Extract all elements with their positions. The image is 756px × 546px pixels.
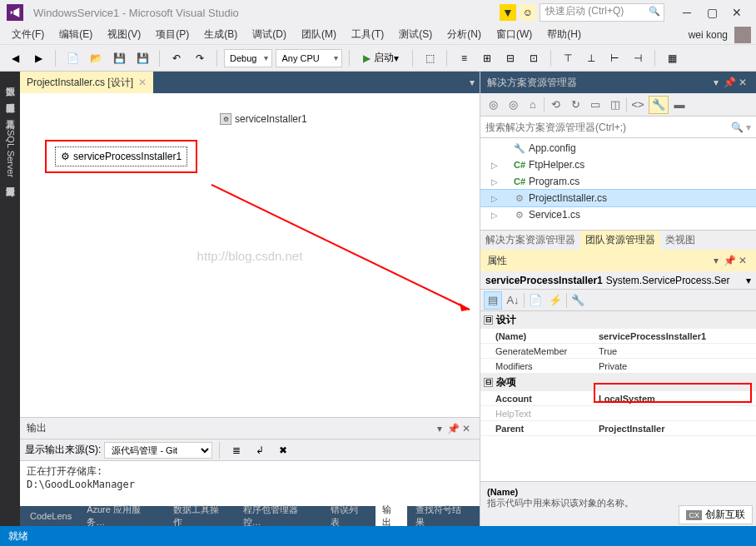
close-tab-icon[interactable]: ✕ xyxy=(138,77,147,88)
pin-icon[interactable]: 📌 xyxy=(446,423,460,434)
minimize-button[interactable]: ─ xyxy=(674,4,699,21)
align-icon[interactable]: ⊡ xyxy=(524,48,544,68)
clear-icon[interactable]: ≣ xyxy=(226,440,246,460)
service-installer-item[interactable]: ⚙ serviceInstaller1 xyxy=(220,113,307,125)
platform-dropdown[interactable]: Any CPU xyxy=(276,49,342,67)
nav-back-icon[interactable]: ◀ xyxy=(5,48,25,68)
tab-sql-explorer[interactable]: SQL Server 对象资源管理器 xyxy=(0,122,20,188)
dropdown-icon[interactable]: ▾ xyxy=(709,255,723,266)
document-tab[interactable]: ProjectInstaller.cs [设计] ✕ xyxy=(20,72,153,93)
output-body[interactable]: 正在打开存储库: D:\GoodLookManager xyxy=(20,461,480,506)
property-object-selector[interactable]: serviceProcessInstaller1 System.ServiceP… xyxy=(480,271,756,290)
footer-tab-se[interactable]: 解决方案资源管理器 xyxy=(480,231,580,250)
undo-icon[interactable]: ↶ xyxy=(167,48,187,68)
menu-tools[interactable]: 工具(T) xyxy=(345,26,390,43)
pin-icon[interactable]: 📌 xyxy=(723,77,736,88)
menu-build[interactable]: 生成(B) xyxy=(197,26,244,43)
redo-icon[interactable]: ↷ xyxy=(190,48,210,68)
alphabetical-icon[interactable]: A↓ xyxy=(504,291,522,310)
tree-item[interactable]: ▷C#Program.cs xyxy=(480,173,756,190)
menu-file[interactable]: 文件(F) xyxy=(5,26,51,43)
tab-toolbox[interactable]: 工具箱 xyxy=(0,105,20,122)
dropdown-icon[interactable]: ▾ xyxy=(709,77,723,88)
tree-item[interactable]: ▷C#FtpHelper.cs xyxy=(480,156,756,173)
user-name[interactable]: wei kong xyxy=(684,29,733,41)
tab-overflow-icon[interactable]: ▾ xyxy=(465,72,480,93)
categorized-icon[interactable]: ▤ xyxy=(484,291,502,310)
menu-edit[interactable]: 编辑(E) xyxy=(52,26,99,43)
align-icon[interactable]: ⊞ xyxy=(477,48,497,68)
home-icon[interactable]: ⌂ xyxy=(524,96,542,114)
menu-team[interactable]: 团队(M) xyxy=(295,26,343,43)
back-icon[interactable]: ◎ xyxy=(484,96,502,114)
tab-datasource[interactable]: 数据源 xyxy=(0,72,20,88)
new-project-icon[interactable]: 📄 xyxy=(62,48,82,68)
align-icon[interactable]: ⊣ xyxy=(628,48,648,68)
btab-codelens[interactable]: CodeLens xyxy=(23,509,78,524)
refresh-icon[interactable]: ↻ xyxy=(566,96,584,114)
search-icon[interactable]: 🔍 ▾ xyxy=(731,122,751,133)
menu-help[interactable]: 帮助(H) xyxy=(540,26,588,43)
nav-fwd-icon[interactable]: ▶ xyxy=(28,48,48,68)
collapse-icon[interactable]: ▭ xyxy=(586,96,604,114)
designer-surface[interactable]: ⚙ serviceInstaller1 ⚙ serviceProcessInst… xyxy=(20,93,480,417)
align-icon[interactable]: ⊥ xyxy=(581,48,601,68)
prop-row[interactable]: ParentProjectInstaller xyxy=(480,421,756,436)
search-input[interactable] xyxy=(485,122,731,133)
footer-tab-team[interactable]: 团队资源管理器 xyxy=(580,231,660,250)
category-design[interactable]: ⊟设计 xyxy=(480,311,756,329)
align-icon[interactable]: ⊢ xyxy=(604,48,624,68)
footer-tab-class[interactable]: 类视图 xyxy=(660,231,700,250)
user-avatar[interactable] xyxy=(734,27,751,43)
prop-row[interactable]: HelpText xyxy=(480,406,756,421)
menu-view[interactable]: 视图(V) xyxy=(101,26,147,43)
prop-row[interactable]: GenerateMemberTrue xyxy=(480,344,756,359)
wrap-icon[interactable]: ↲ xyxy=(250,440,270,460)
wrench-icon[interactable]: 🔧 xyxy=(569,291,587,310)
close-button[interactable]: ✕ xyxy=(724,4,749,21)
close-icon[interactable]: ✕ xyxy=(460,423,473,434)
clear-icon[interactable]: ✖ xyxy=(273,440,293,460)
close-icon[interactable]: ✕ xyxy=(736,255,749,266)
prop-row[interactable]: AccountLocalSystem xyxy=(480,391,756,406)
dropdown-icon[interactable]: ▾ xyxy=(433,423,446,434)
save-icon[interactable]: 💾 xyxy=(109,48,129,68)
feedback-icon[interactable]: ☺ xyxy=(520,4,536,21)
menu-debug[interactable]: 调试(D) xyxy=(246,26,293,43)
showall-icon[interactable]: ◫ xyxy=(606,96,624,114)
category-misc[interactable]: ⊟杂项 xyxy=(480,374,756,391)
notification-flag-icon[interactable]: ▼ xyxy=(500,4,516,21)
properties-icon[interactable]: 🔧 xyxy=(649,96,669,114)
tree-item[interactable]: ▷⚙Service1.cs xyxy=(480,206,756,223)
tab-server-explorer[interactable]: 服务器资源管理器 xyxy=(0,88,20,105)
align-icon[interactable]: ⊤ xyxy=(558,48,578,68)
menu-project[interactable]: 项目(P) xyxy=(149,26,196,43)
tree-item[interactable]: 🔧App.config xyxy=(480,140,756,156)
menu-window[interactable]: 窗口(W) xyxy=(490,26,539,43)
properties-page-icon[interactable]: 📄 xyxy=(526,291,545,310)
align-icon[interactable]: ≡ xyxy=(454,48,474,68)
config-dropdown[interactable]: Debug xyxy=(224,49,272,67)
sync-icon[interactable]: ⟲ xyxy=(546,96,565,114)
align-icon[interactable]: ⊟ xyxy=(500,48,520,68)
maximize-button[interactable]: ▢ xyxy=(699,4,724,21)
prop-row[interactable]: (Name)serviceProcessInstaller1 xyxy=(480,329,756,344)
service-process-installer-item[interactable]: ⚙ serviceProcessInstaller1 xyxy=(55,146,187,166)
align-icon[interactable]: ▦ xyxy=(662,48,682,68)
tree-item[interactable]: ▷⚙ProjectInstaller.cs xyxy=(480,190,756,206)
output-source-select[interactable]: 源代码管理 - Git xyxy=(104,442,212,459)
prop-row[interactable]: ModifiersPrivate xyxy=(480,359,756,374)
start-button[interactable]: ▶启动 ▾ xyxy=(356,51,405,65)
tool-icon[interactable]: ⬚ xyxy=(420,48,440,68)
quick-launch-input[interactable]: 快速启动 (Ctrl+Q) xyxy=(540,3,664,22)
view-icon[interactable]: <> xyxy=(629,96,647,114)
more-icon[interactable]: ▬ xyxy=(670,96,689,114)
save-all-icon[interactable]: 💾 xyxy=(132,48,152,68)
close-icon[interactable]: ✕ xyxy=(736,77,749,88)
menu-analyze[interactable]: 分析(N) xyxy=(440,26,488,43)
events-icon[interactable]: ⚡ xyxy=(546,291,565,310)
menu-test[interactable]: 测试(S) xyxy=(392,26,439,43)
open-icon[interactable]: 📂 xyxy=(86,48,106,68)
fwd-icon[interactable]: ◎ xyxy=(504,96,522,114)
pin-icon[interactable]: 📌 xyxy=(723,255,736,266)
